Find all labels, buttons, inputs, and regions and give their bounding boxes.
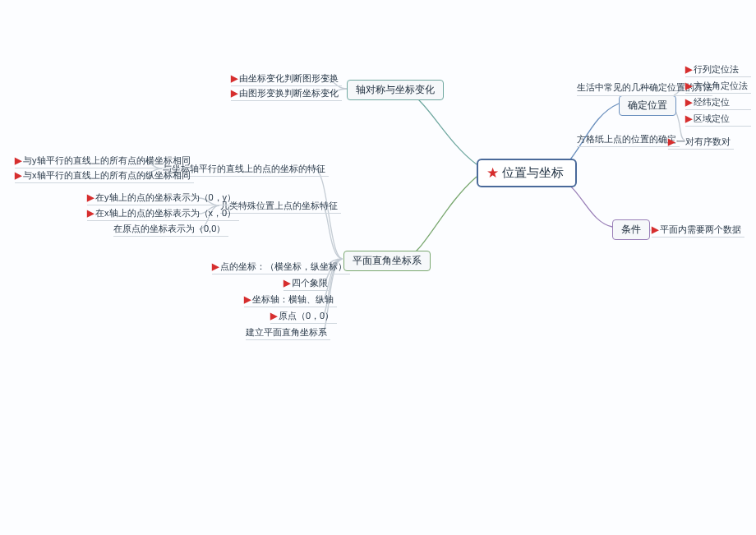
arrow-icon: ▶ — [87, 208, 94, 219]
topic-condition[interactable]: 条件 — [612, 219, 650, 240]
leaf-grid-paper-point[interactable]: 方格纸上点的位置的确定 — [577, 132, 680, 147]
leaf-region[interactable]: ▶区域定位 — [685, 112, 751, 127]
topic-determine-position[interactable]: 确定位置 — [619, 95, 676, 116]
leaf-on-y-axis[interactable]: ▶在y轴上的点的坐标表示为（0，y） — [87, 191, 239, 205]
arrow-icon: ▶ — [244, 294, 251, 305]
leaf-shape-to-coord[interactable]: ▶由图形变换判断坐标变化 — [231, 86, 342, 101]
leaf-quadrants[interactable]: ▶四个象限 — [284, 276, 331, 291]
arrow-icon: ▶ — [15, 155, 21, 166]
leaf-on-x-axis[interactable]: ▶在x轴上的点的坐标表示为（x，0） — [87, 206, 239, 221]
arrow-icon: ▶ — [668, 136, 675, 147]
topic-axis-symmetry[interactable]: 轴对称与坐标变化 — [347, 80, 444, 100]
arrow-icon: ▶ — [652, 224, 658, 235]
leaf-point-coord[interactable]: ▶点的坐标：（横坐标，纵坐标） — [212, 260, 350, 274]
arrow-icon: ▶ — [685, 113, 692, 124]
arrow-icon: ▶ — [685, 97, 692, 108]
star-icon: ★ — [486, 166, 499, 180]
arrow-icon: ▶ — [270, 311, 277, 321]
center-node[interactable]: ★ 位置与坐标 — [477, 159, 577, 187]
leaf-coord-to-shape[interactable]: ▶由坐标变化判断图形变换 — [231, 71, 342, 86]
arrow-icon: ▶ — [685, 81, 692, 91]
arrow-icon: ▶ — [231, 73, 237, 84]
arrow-icon: ▶ — [685, 64, 692, 75]
topic-cartesian-system[interactable]: 平面直角坐标系 — [343, 251, 431, 271]
arrow-icon: ▶ — [231, 88, 237, 99]
leaf-build-system[interactable]: 建立平面直角坐标系 — [246, 325, 330, 340]
leaf-at-origin[interactable]: 在原点的坐标表示为（0,0） — [113, 222, 228, 237]
arrow-icon: ▶ — [87, 192, 94, 203]
leaf-parallel-y[interactable]: ▶与y轴平行的直线上的所有点的横坐标相同 — [15, 154, 194, 168]
methods-group: ▶行列定位法 ▶方位角定位法 ▶经纬定位 ▶区域定位 — [685, 62, 751, 127]
center-title: 位置与坐标 — [502, 165, 564, 181]
leaf-origin[interactable]: ▶原点（0，0） — [270, 309, 337, 324]
leaf-axes[interactable]: ▶坐标轴：横轴、纵轴 — [244, 293, 337, 307]
arrow-icon: ▶ — [212, 261, 219, 272]
arrow-icon: ▶ — [15, 170, 21, 181]
leaf-ordered-pair[interactable]: ▶一对有序数对 — [668, 135, 734, 150]
arrow-icon: ▶ — [284, 278, 290, 288]
leaf-latlon[interactable]: ▶经纬定位 — [685, 95, 751, 110]
leaf-parallel-x[interactable]: ▶与x轴平行的直线上的所有点的纵坐标相同 — [15, 168, 194, 183]
leaf-bearing[interactable]: ▶方位角定位法 — [685, 79, 751, 94]
leaf-row-col[interactable]: ▶行列定位法 — [685, 62, 751, 77]
leaf-two-data[interactable]: ▶平面内需要两个数据 — [652, 223, 744, 238]
